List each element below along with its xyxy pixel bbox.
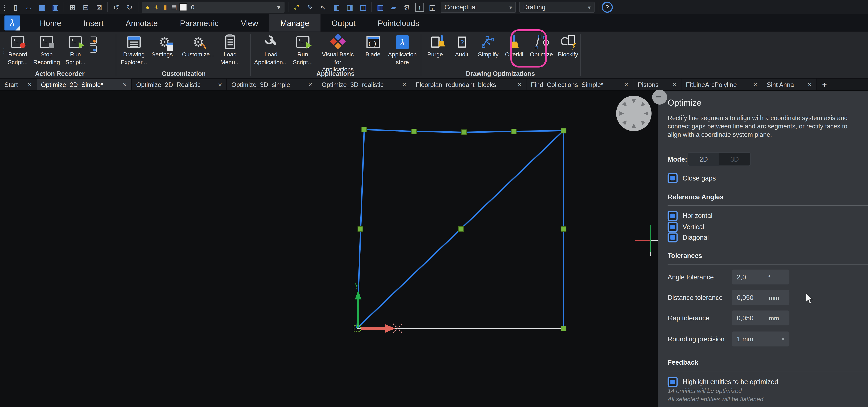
record-script-button[interactable]: >_ Record Script...: [5, 34, 30, 66]
toolbar-drag-handle[interactable]: ⋮: [2, 2, 7, 12]
doctab-start[interactable]: Start×: [0, 79, 36, 90]
customize-button[interactable]: ⚙✎ Customize...: [181, 34, 216, 59]
redo-icon[interactable]: ↻: [124, 2, 134, 12]
close-icon[interactable]: ×: [518, 81, 521, 88]
layer-dropdown-chevron-icon[interactable]: ▾: [275, 2, 282, 12]
tab-view[interactable]: View: [230, 14, 269, 32]
import-icon[interactable]: ⊞: [67, 2, 78, 12]
grip[interactable]: [412, 129, 416, 134]
tab-manage[interactable]: Manage: [269, 14, 320, 32]
mode-2d-button[interactable]: 2D: [688, 153, 719, 165]
open-drawing-icon[interactable]: ▱: [24, 2, 34, 12]
audit-button[interactable]: ? Audit: [450, 34, 474, 59]
script-option-button[interactable]: [90, 36, 97, 43]
run-script-button-2[interactable]: >_ Run Script...: [290, 34, 315, 66]
script-view-button[interactable]: [90, 45, 97, 53]
doctab-optimize-2d-simple[interactable]: Optimize_2D_Simple*×: [36, 79, 132, 90]
panels-icon[interactable]: ↕: [415, 3, 424, 12]
doctab-fitlinearcpolyline[interactable]: FitLineArcPolyline×: [681, 79, 762, 90]
help-button[interactable]: ?: [602, 2, 613, 13]
vertical-checkbox[interactable]: [668, 222, 678, 232]
tab-annotate[interactable]: Annotate: [115, 14, 169, 32]
fullscreen-icon[interactable]: ◱: [427, 2, 437, 12]
visual-style-dropdown[interactable]: Conceptual ▾: [441, 2, 516, 13]
angle-tolerance-input[interactable]: 2,0 °: [732, 270, 789, 284]
selection-brush-icon[interactable]: ◫: [358, 2, 368, 12]
doctab-find-collections-simple[interactable]: Find_Collections_Simple*×: [527, 79, 633, 90]
new-tab-button[interactable]: +: [816, 79, 832, 90]
diagonal-checkbox[interactable]: [668, 232, 678, 242]
mode-3d-button[interactable]: 3D: [719, 153, 750, 165]
layer-on-icon[interactable]: ●: [144, 2, 151, 12]
close-icon[interactable]: ×: [624, 81, 628, 88]
grip[interactable]: [459, 227, 464, 232]
close-icon[interactable]: ×: [753, 81, 757, 88]
close-icon[interactable]: ×: [28, 81, 31, 88]
workspace-dropdown[interactable]: Drafting ▾: [519, 2, 595, 13]
blade-button[interactable]: ( ) Blade: [361, 34, 385, 59]
properties-panel-icon[interactable]: ▥: [375, 2, 385, 12]
rounding-precision-select[interactable]: 1 mm ▾: [732, 332, 789, 346]
match-properties-icon[interactable]: ✎: [292, 2, 302, 12]
grip[interactable]: [511, 129, 516, 134]
new-drawing-icon[interactable]: ▯: [10, 2, 21, 12]
doctab-pistons[interactable]: Pistons×: [633, 79, 681, 90]
load-application-button[interactable]: Load Application...: [253, 34, 288, 66]
blockify-button[interactable]: Blockify: [556, 34, 580, 59]
edit-entity-icon[interactable]: ✎: [305, 2, 315, 12]
layer-plot-icon[interactable]: ▤: [170, 2, 178, 12]
select-cursor-icon[interactable]: ↖: [318, 2, 328, 12]
purge-button[interactable]: Purge: [423, 34, 447, 59]
highlight-entities-checkbox[interactable]: [668, 377, 678, 387]
close-icon[interactable]: ×: [218, 81, 222, 88]
settings-button[interactable]: ⚙ Settings...: [150, 34, 179, 59]
settings-gear-icon[interactable]: ⚙: [402, 2, 412, 12]
tab-pointclouds[interactable]: Pointclouds: [367, 14, 430, 32]
layer-freeze-icon[interactable]: ☀: [153, 2, 160, 12]
horizontal-checkbox[interactable]: [668, 211, 678, 221]
selection-window-icon[interactable]: ◧: [332, 2, 341, 12]
stop-recording-button[interactable]: >_ Stop Recording: [32, 34, 61, 66]
close-icon[interactable]: ×: [673, 81, 676, 88]
tab-parametric[interactable]: Parametric: [169, 14, 230, 32]
run-script-button[interactable]: >_ Run Script...: [63, 34, 88, 66]
doctab-optimize-3d-simple[interactable]: Optimize_3D_simple×: [227, 79, 317, 90]
save-icon[interactable]: ▣: [37, 2, 47, 12]
application-store-button[interactable]: λ Application store: [387, 34, 417, 66]
erase-icon[interactable]: ▰: [389, 2, 399, 12]
panel-collapse-button[interactable]: [652, 90, 667, 105]
layer-lock-icon[interactable]: ▮: [162, 2, 169, 12]
doctab-optimize-3d-realistic[interactable]: Optimize_3D_realistic×: [317, 79, 411, 90]
navigation-dial[interactable]: [616, 96, 652, 131]
tab-home[interactable]: Home: [29, 14, 72, 32]
grip[interactable]: [561, 227, 566, 232]
grip[interactable]: [561, 326, 566, 331]
tab-output[interactable]: Output: [320, 14, 367, 32]
close-icon[interactable]: ×: [123, 81, 127, 88]
close-gaps-checkbox[interactable]: [668, 173, 678, 183]
publish-icon[interactable]: ⊠: [94, 2, 104, 12]
grip[interactable]: [561, 128, 566, 133]
close-icon[interactable]: ×: [402, 81, 406, 88]
grip[interactable]: [358, 227, 363, 232]
layer-color-swatch[interactable]: [179, 3, 187, 11]
layer-dropdown[interactable]: ● ☀ ▮ ▤ 0 ▾: [142, 2, 284, 13]
doctab-floorplan-redundant-blocks[interactable]: Floorplan_redundant_blocks×: [411, 79, 526, 90]
grip[interactable]: [362, 127, 367, 132]
undo-icon[interactable]: ↺: [111, 2, 121, 12]
simplify-button[interactable]: Simplify: [476, 34, 500, 59]
close-icon[interactable]: ×: [808, 81, 811, 88]
save-as-icon[interactable]: ▣: [50, 2, 60, 12]
load-menu-button[interactable]: Load Menu...: [218, 34, 242, 66]
selection-lasso-icon[interactable]: ◨: [345, 2, 355, 12]
vba-button[interactable]: Visual Basic for Applications: [317, 34, 359, 74]
drawing-explorer-button[interactable]: Drawing Explorer...: [120, 34, 148, 66]
app-logo[interactable]: λ: [4, 15, 20, 30]
grip[interactable]: [461, 130, 466, 135]
gap-tolerance-input[interactable]: 0,050 mm: [732, 311, 789, 325]
tab-insert[interactable]: Insert: [72, 14, 115, 32]
distance-tolerance-input[interactable]: 0,050 mm: [732, 290, 789, 305]
export-icon[interactable]: ⊟: [81, 2, 91, 12]
close-icon[interactable]: ×: [308, 81, 312, 88]
drawing-viewport[interactable]: Y: [0, 91, 658, 407]
